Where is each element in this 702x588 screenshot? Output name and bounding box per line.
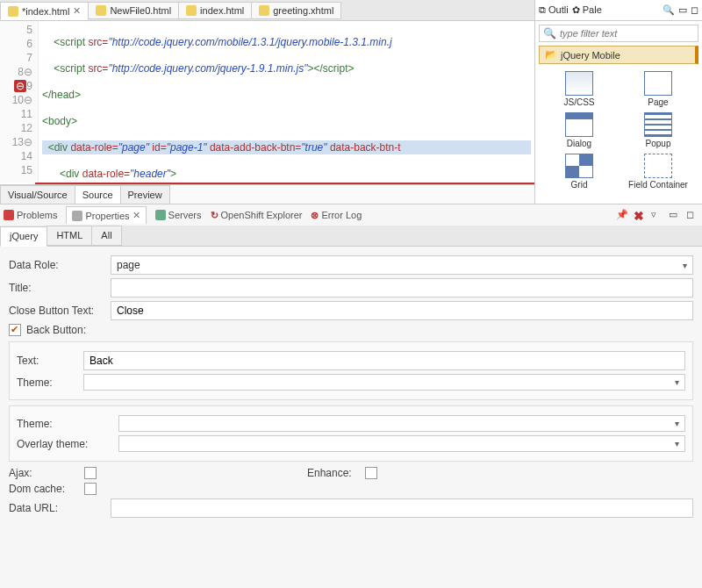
page-icon — [644, 71, 672, 96]
prop-tab-jquery[interactable]: jQuery — [0, 226, 47, 247]
properties-icon — [72, 211, 82, 221]
html-file-icon — [186, 5, 197, 16]
grid-icon — [565, 154, 593, 178]
close-icon[interactable]: ✕ — [73, 5, 81, 17]
html-file-icon — [8, 6, 18, 17]
editor-mode-tab[interactable]: Source — [75, 185, 121, 204]
editor-tab-label: greeting.xhtml — [273, 5, 333, 16]
delete-icon[interactable]: ✖ — [634, 209, 646, 221]
editor-tab-label: *index.html — [22, 6, 69, 17]
search-icon: 🔍 — [543, 27, 556, 39]
back-text-input[interactable] — [83, 351, 685, 370]
data-role-select[interactable]: page — [111, 255, 693, 275]
palette-item-dialog[interactable]: Dialog — [542, 112, 616, 148]
code-editor-pane: *index.html✕ NewFile0.html index.html gr… — [0, 0, 535, 204]
view-openshift[interactable]: ↻OpenShift Explorer — [211, 210, 303, 221]
errorlog-icon: ⊗ — [311, 210, 319, 221]
editor-tab-active[interactable]: *index.html✕ — [0, 2, 89, 20]
pin-icon[interactable]: 📌 — [616, 209, 628, 221]
prop-label: Theme: — [17, 376, 78, 389]
prop-label: Data Role: — [9, 259, 105, 271]
properties-pane: Problems Properties ✕ Servers ↻OpenShift… — [0, 204, 702, 588]
ajax-checkbox[interactable] — [84, 467, 97, 479]
back-button-checkbox[interactable] — [9, 324, 21, 336]
minimize-icon[interactable]: ▭ — [678, 4, 687, 16]
editor-tab[interactable]: index.html — [178, 2, 252, 19]
domcache-checkbox[interactable] — [84, 483, 97, 495]
enhance-checkbox[interactable] — [365, 467, 377, 479]
property-tabbar: jQuery HTML All — [0, 226, 702, 247]
prop-label: Theme: — [17, 418, 113, 430]
view-properties[interactable]: Properties ✕ — [66, 206, 146, 224]
palette-item-popup[interactable]: Popup — [621, 112, 695, 148]
search-icon[interactable]: 🔍 — [663, 4, 675, 16]
prop-label: Back Button: — [26, 324, 86, 336]
palette-item-jscss[interactable]: JS/CSS — [542, 71, 616, 107]
back-theme-select[interactable] — [83, 374, 685, 391]
html-file-icon — [96, 5, 106, 16]
editor-tab[interactable]: NewFile0.html — [88, 2, 179, 19]
back-button-section: Text: Theme: — [9, 341, 693, 400]
prop-tab-all[interactable]: All — [91, 226, 121, 246]
editor-tab-label: NewFile0.html — [110, 5, 171, 16]
palette-pane: ⧉ Outli ✿ Pale 🔍 ▭ ◻ 🔍 📂 jQuery Mobile J… — [535, 0, 702, 204]
fieldcontainer-icon — [644, 154, 672, 178]
prop-label: Enhance: — [307, 467, 360, 479]
minimize-icon[interactable]: ▭ — [669, 209, 681, 221]
prop-label: Ajax: — [9, 467, 79, 479]
palette-view-tab[interactable]: ✿ Pale — [572, 4, 602, 16]
servers-icon — [155, 210, 166, 220]
openshift-icon: ↻ — [211, 210, 218, 221]
close-button-text-input[interactable] — [111, 301, 693, 320]
editor-mode-tabs: Visual/Source Source Preview — [0, 185, 169, 204]
prop-label: Text: — [17, 355, 78, 367]
prop-label: Dom cache: — [9, 483, 79, 495]
close-icon[interactable]: ✕ — [133, 210, 140, 221]
editor-tab-label: index.html — [200, 5, 244, 16]
editor-mode-tab[interactable]: Visual/Source — [0, 185, 75, 204]
theme-section: Theme: Overlay theme: — [9, 405, 693, 462]
palette-item-page[interactable]: Page — [621, 71, 695, 107]
palette-filter[interactable]: 🔍 — [539, 25, 698, 42]
palette-category[interactable]: 📂 jQuery Mobile — [539, 46, 698, 64]
maximize-icon[interactable]: ◻ — [686, 209, 698, 221]
editor-tabbar: *index.html✕ NewFile0.html index.html gr… — [0, 0, 534, 21]
popup-icon — [644, 112, 672, 137]
jscss-icon — [565, 71, 593, 96]
editor-tab[interactable]: greeting.xhtml — [251, 2, 341, 19]
palette-item-grid[interactable]: Grid — [542, 154, 616, 190]
code-text[interactable]: <script src="http://code.jquery.com/mobi… — [39, 21, 534, 183]
view-errorlog[interactable]: ⊗Error Log — [311, 210, 362, 221]
palette-category-label: jQuery Mobile — [561, 50, 620, 61]
dialog-icon — [565, 112, 593, 137]
html-file-icon — [259, 5, 269, 16]
problems-icon — [4, 210, 14, 220]
outline-view-tab[interactable]: ⧉ Outli — [539, 4, 569, 16]
menu-icon[interactable]: ▿ — [651, 209, 663, 221]
prop-label: Overlay theme: — [17, 438, 113, 450]
overlay-theme-select[interactable] — [118, 435, 685, 452]
theme-select[interactable] — [118, 415, 685, 432]
palette-item-fieldcontainer[interactable]: Field Container — [621, 154, 695, 190]
maximize-icon[interactable]: ◻ — [691, 4, 698, 16]
views-tabbar: Problems Properties ✕ Servers ↻OpenShift… — [0, 204, 702, 226]
prop-tab-html[interactable]: HTML — [47, 226, 92, 246]
error-marker-icon: ⊖ — [14, 80, 26, 92]
line-gutter: 567 8⊖ ⊖9 10⊖1112 13⊖1415 — [0, 21, 39, 183]
prop-label: Data URL: — [9, 502, 105, 514]
view-problems[interactable]: Problems — [4, 210, 57, 220]
prop-label: Title: — [9, 282, 105, 294]
code-area[interactable]: 567 8⊖ ⊖9 10⊖1112 13⊖1415 <script src="h… — [0, 21, 534, 183]
folder-icon: 📂 — [545, 49, 557, 61]
data-url-input[interactable] — [111, 498, 693, 518]
editor-mode-tab[interactable]: Preview — [120, 185, 170, 204]
palette-filter-input[interactable] — [560, 28, 694, 39]
title-input[interactable] — [111, 278, 693, 298]
prop-label: Close Button Text: — [9, 305, 105, 317]
view-servers[interactable]: Servers — [155, 210, 202, 220]
